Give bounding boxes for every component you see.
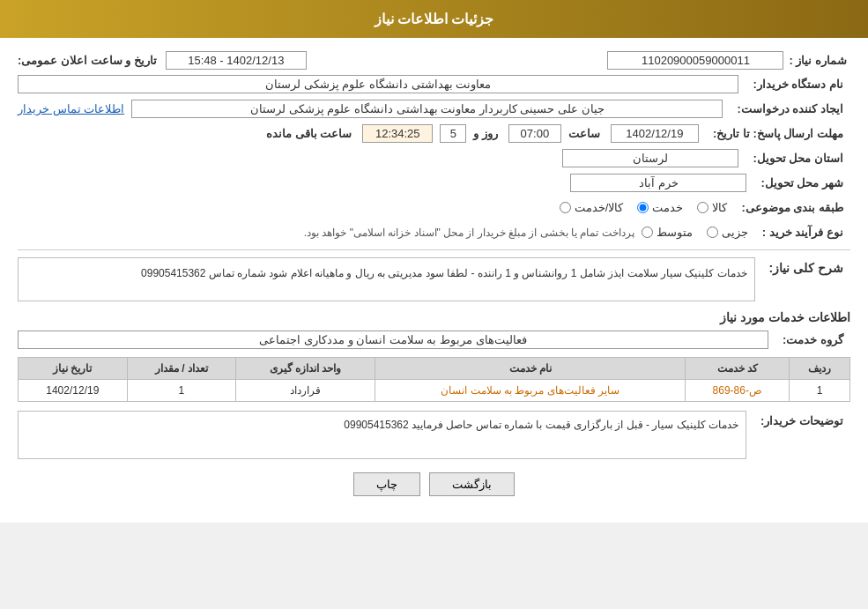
services-section-title: اطلاعات خدمات مورد نیاز xyxy=(18,310,850,324)
page-header: جزئیات اطلاعات نیاز xyxy=(0,0,868,38)
purchase-radio1-label: جزیی xyxy=(722,226,748,239)
contact-link[interactable]: اطلاعات تماس خریدار xyxy=(18,102,124,115)
col-row-no: ردیف xyxy=(790,358,850,380)
category-radio3-label: کالا/خدمت xyxy=(575,201,624,214)
deadline-date: 1402/12/19 xyxy=(611,124,699,143)
complaint-no-label: شماره نیاز : xyxy=(789,54,850,67)
need-description-section: شرح کلی نیاز: خدمات کلینیک سیار سلامت ای… xyxy=(18,257,850,301)
top-info-row: شماره نیاز : 11020900059000011 1402/12/1… xyxy=(18,51,850,70)
city-row: شهر محل تحویل: خرم آباد xyxy=(18,173,850,193)
purchase-radio2-input[interactable] xyxy=(642,227,653,238)
service-group-row: گروه خدمت: فعالیت‌های مربوط به سلامت انس… xyxy=(18,330,850,350)
back-button[interactable]: بازگشت xyxy=(429,472,515,496)
deadline-remaining-label: ساعت باقی مانده xyxy=(266,127,355,140)
col-service-code: کد خدمت xyxy=(686,358,790,380)
col-service-name: نام خدمت xyxy=(375,358,686,380)
deadline-label: مهلت ارسال پاسخ: تا تاریخ: xyxy=(706,123,850,144)
buyer-desc-label: توضیحات خریدار: xyxy=(753,411,850,431)
province-row: استان محل تحویل: لرستان xyxy=(18,148,850,168)
category-radio2-input[interactable] xyxy=(637,202,649,213)
print-button[interactable]: چاپ xyxy=(353,472,420,496)
category-label: طبقه بندی موضوعی: xyxy=(734,197,850,218)
need-description-value: خدمات کلینیک سیار سلامت ایذز شامل 1 روان… xyxy=(18,257,755,301)
services-table: ردیف کد خدمت نام خدمت واحد اندازه گیری ت… xyxy=(18,357,850,402)
province-value: لرستان xyxy=(562,149,738,167)
divider1 xyxy=(18,249,850,250)
creator-value: جیان علی حسینی کاربردار معاونت بهداشتی د… xyxy=(131,100,723,118)
service-group-label: گروه خدمت: xyxy=(775,330,850,350)
col-quantity: تعداد / مقدار xyxy=(127,358,235,380)
buyer-desc-value: خدمات کلینیک سیار - قبل از بارگزاری قیمت… xyxy=(18,411,746,459)
date-value: 1402/12/13 - 15:48 xyxy=(166,51,307,70)
deadline-days-label: روز و xyxy=(473,127,501,140)
org-label: نام دستگاه خریدار: xyxy=(746,74,850,94)
purchase-jozoi[interactable]: جزیی xyxy=(707,226,748,239)
purchase-moutaset[interactable]: متوسط xyxy=(642,226,693,239)
category-radio1-label: کالا xyxy=(712,201,727,214)
purchase-note: پرداخت تمام یا بخشی از مبلغ خریدار از مح… xyxy=(304,227,634,239)
category-row: طبقه بندی موضوعی: کالا خدمت کالا/خدمت xyxy=(18,197,850,218)
category-kala-khedmat[interactable]: کالا/خدمت xyxy=(560,201,624,214)
org-value: معاونت بهداشتی دانشگاه علوم پزشکی لرستان xyxy=(18,75,738,93)
category-kala[interactable]: کالا xyxy=(697,201,727,214)
deadline-time-label: ساعت xyxy=(568,127,604,140)
purchase-type-row: نوع فرآیند خرید : جزیی متوسط پرداخت تمام… xyxy=(18,222,850,242)
deadline-days: 5 xyxy=(440,124,466,143)
complaint-no-value: 11020900059000011 xyxy=(607,51,783,70)
creator-label: ایجاد کننده درخواست: xyxy=(730,99,850,119)
deadline-row: مهلت ارسال پاسخ: تا تاریخ: 1402/12/19 سا… xyxy=(18,123,850,144)
org-row: نام دستگاه خریدار: معاونت بهداشتی دانشگا… xyxy=(18,74,850,94)
category-radio2-label: خدمت xyxy=(652,201,683,214)
category-khedmat[interactable]: خدمت xyxy=(637,201,683,214)
purchase-radio-group: جزیی متوسط xyxy=(642,226,748,239)
complaint-no-section: شماره نیاز : 11020900059000011 xyxy=(607,51,850,70)
col-date: تاریخ نیاز xyxy=(19,358,128,380)
purchase-radio1-input[interactable] xyxy=(707,227,718,238)
province-label: استان محل تحویل: xyxy=(746,148,850,168)
purchase-radio2-label: متوسط xyxy=(657,226,693,239)
col-unit: واحد اندازه گیری xyxy=(236,358,375,380)
buyer-desc-main: خدمات کلینیک سیار - قبل از بارگزاری قیمت… xyxy=(344,419,738,431)
category-radio3-input[interactable] xyxy=(560,202,571,213)
table-row: 1ص-86-869سایر فعالیت‌های مربوط به سلامت … xyxy=(19,380,850,402)
service-group-value: فعالیت‌های مربوط به سلامت انسان و مددکار… xyxy=(18,330,768,349)
purchase-type-label: نوع فرآیند خرید : xyxy=(755,222,850,242)
date-label: تاریخ و ساعت اعلان عمومی: xyxy=(18,54,160,67)
city-label: شهر محل تحویل: xyxy=(753,173,850,193)
category-radio1-input[interactable] xyxy=(697,202,708,213)
creator-row: ایجاد کننده درخواست: جیان علی حسینی کارب… xyxy=(18,99,850,119)
deadline-time: 07:00 xyxy=(508,124,561,143)
need-description-label: شرح کلی نیاز: xyxy=(762,257,850,279)
page-wrapper: جزئیات اطلاعات نیاز شماره نیاز : 1102090… xyxy=(0,0,868,523)
buyer-desc-section: توضیحات خریدار: خدمات کلینیک سیار - قبل … xyxy=(18,411,850,459)
date-section: 1402/12/13 - 15:48 تاریخ و ساعت اعلان عم… xyxy=(18,51,307,70)
page-title: جزئیات اطلاعات نیاز xyxy=(375,11,494,26)
button-row: بازگشت چاپ xyxy=(18,472,850,496)
content-area: شماره نیاز : 11020900059000011 1402/12/1… xyxy=(0,38,868,523)
category-radio-group: کالا خدمت کالا/خدمت xyxy=(560,201,728,214)
city-value: خرم آباد xyxy=(570,174,746,192)
deadline-remaining: 12:34:25 xyxy=(362,124,433,143)
